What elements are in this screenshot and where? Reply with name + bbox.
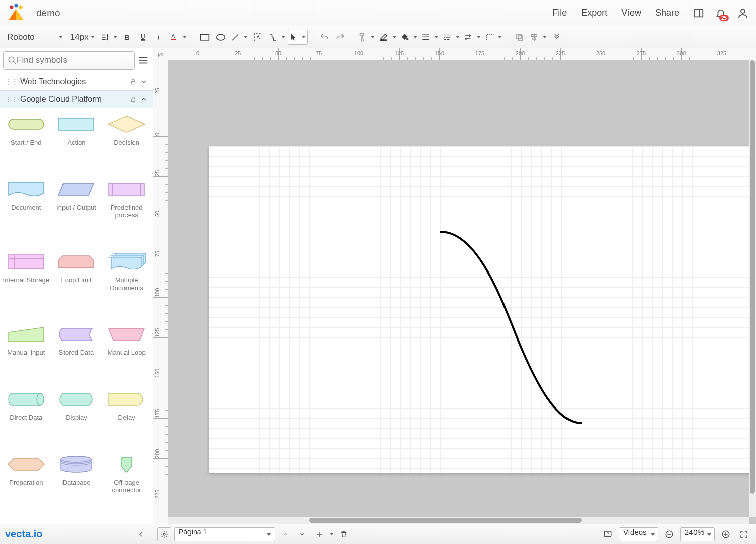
font-family-select[interactable]: Roboto bbox=[4, 30, 66, 45]
panel-toggle-icon[interactable] bbox=[691, 6, 706, 20]
zoom-out-button[interactable] bbox=[662, 527, 676, 541]
add-page-button[interactable] bbox=[312, 527, 327, 541]
shape-multidoc[interactable]: Multiple Documents bbox=[102, 252, 151, 315]
svg-rect-35 bbox=[132, 81, 135, 84]
zoom-level[interactable]: 240% bbox=[680, 527, 715, 541]
shape-label: Stored Data bbox=[59, 349, 94, 357]
shape-hexagon[interactable]: Preparation bbox=[2, 454, 50, 518]
shape-preview bbox=[106, 114, 147, 134]
horizontal-scrollbar[interactable] bbox=[168, 517, 749, 524]
shape-document[interactable]: Document bbox=[2, 179, 50, 243]
help-button[interactable]: ? bbox=[601, 527, 615, 541]
shape-label: Preparation bbox=[9, 479, 43, 487]
shape-cylinder-h[interactable]: Direct Data bbox=[2, 389, 50, 445]
shape-rect-button[interactable] bbox=[197, 30, 212, 45]
shape-preview bbox=[106, 454, 147, 474]
font-size-select[interactable]: 14px bbox=[67, 30, 98, 45]
symbol-search[interactable] bbox=[3, 51, 135, 70]
fullscreen-button[interactable] bbox=[737, 527, 751, 541]
drawing-page[interactable] bbox=[209, 146, 749, 473]
undo-button[interactable] bbox=[317, 30, 332, 45]
document-title[interactable]: demo bbox=[36, 8, 552, 19]
zoom-in-button[interactable] bbox=[719, 527, 733, 541]
stencil-web-technologies[interactable]: ⋮⋮ Web Technologies bbox=[0, 73, 153, 91]
bold-button[interactable]: B bbox=[120, 30, 135, 45]
underline-button[interactable]: U bbox=[136, 30, 151, 45]
page-selector[interactable]: Página 1 bbox=[174, 527, 275, 541]
shape-delay[interactable]: Delay bbox=[102, 389, 151, 445]
delete-page-button[interactable] bbox=[337, 527, 351, 541]
add-page-dropdown[interactable] bbox=[330, 533, 334, 535]
shape-storeddata[interactable]: Stored Data bbox=[52, 324, 101, 380]
chevron-down-icon bbox=[140, 78, 148, 86]
italic-button[interactable]: I bbox=[152, 30, 167, 45]
prev-page-button[interactable] bbox=[278, 527, 292, 541]
symbol-search-input[interactable] bbox=[17, 55, 130, 65]
vertical-ruler[interactable]: -250255075100125150175200225 bbox=[153, 60, 168, 524]
connector-button[interactable] bbox=[267, 30, 287, 45]
stencil-label: Web Technologies bbox=[20, 77, 86, 86]
shape-preview bbox=[106, 324, 147, 345]
shape-parallelogram[interactable]: Input / Output bbox=[52, 179, 101, 243]
shape-offpage[interactable]: Off page connector bbox=[102, 454, 151, 518]
notifications-icon[interactable]: 25 bbox=[714, 6, 728, 20]
more-tools-button[interactable] bbox=[549, 30, 564, 45]
menu-file[interactable]: File bbox=[552, 8, 567, 18]
sidebar-menu-icon[interactable] bbox=[138, 55, 150, 66]
text-box-button[interactable]: A bbox=[250, 30, 266, 45]
stencil-sidebar: ⋮⋮ Web Technologies ⋮⋮ Google Cloud Plat… bbox=[0, 48, 153, 524]
format-toolbar: Roboto 14px B U I A A bbox=[0, 26, 756, 48]
copy-button[interactable] bbox=[512, 30, 527, 45]
shape-preview bbox=[6, 252, 46, 272]
vertical-scrollbar[interactable] bbox=[749, 60, 756, 517]
stroke-color-button[interactable] bbox=[377, 30, 398, 45]
collapse-sidebar-button[interactable] bbox=[134, 527, 148, 541]
shape-looplimit[interactable]: Loop Limit bbox=[52, 252, 101, 315]
canvas-area: px 0255075100125150175200225250275300325… bbox=[153, 48, 756, 524]
shape-istorage[interactable]: Internal Storage bbox=[2, 252, 50, 315]
notification-badge: 25 bbox=[719, 15, 729, 21]
shape-rect[interactable]: Action bbox=[52, 114, 101, 170]
svg-rect-3 bbox=[695, 9, 703, 17]
fill-color-button[interactable] bbox=[399, 30, 419, 45]
next-page-button[interactable] bbox=[295, 527, 309, 541]
shape-cylinder-v[interactable]: Database bbox=[52, 454, 101, 518]
menu-share[interactable]: Share bbox=[655, 8, 679, 18]
videos-select[interactable]: Videos bbox=[619, 527, 658, 541]
shape-preview bbox=[56, 252, 96, 272]
svg-rect-38 bbox=[58, 118, 94, 130]
stroke-weight-button[interactable] bbox=[420, 30, 440, 45]
line-spacing-button[interactable] bbox=[99, 30, 119, 45]
menu-export[interactable]: Export bbox=[581, 8, 607, 18]
pointer-tool-button[interactable] bbox=[288, 30, 308, 45]
canvas-viewport[interactable] bbox=[168, 60, 749, 517]
redo-button[interactable] bbox=[333, 30, 348, 45]
shape-label: Input / Output bbox=[56, 203, 96, 212]
text-color-button[interactable]: A bbox=[168, 30, 188, 45]
shape-terminator[interactable]: Start / End bbox=[2, 114, 50, 170]
shape-label: Document bbox=[11, 203, 41, 212]
menu-view[interactable]: View bbox=[621, 8, 641, 18]
shape-display[interactable]: Display bbox=[52, 389, 101, 445]
settings-button[interactable] bbox=[157, 527, 171, 541]
account-icon[interactable] bbox=[736, 6, 750, 20]
stencil-google-cloud[interactable]: ⋮⋮ Google Cloud Platform bbox=[0, 91, 153, 108]
status-bar: vecta.io Página 1 ? Videos 240% bbox=[0, 524, 756, 544]
arrow-style-button[interactable] bbox=[462, 30, 482, 45]
stroke-dash-button[interactable] bbox=[441, 30, 461, 45]
shape-diamond[interactable]: Decision bbox=[102, 114, 151, 170]
align-button[interactable] bbox=[528, 30, 548, 45]
drawn-curve[interactable] bbox=[440, 232, 582, 423]
corner-style-button[interactable] bbox=[483, 30, 503, 45]
format-painter-button[interactable] bbox=[356, 30, 376, 45]
shape-preview bbox=[6, 389, 46, 410]
shape-predef[interactable]: Predefined process bbox=[102, 179, 151, 243]
shape-minput[interactable]: Manual Input bbox=[2, 324, 50, 380]
shape-mloop[interactable]: Manual Loop bbox=[102, 324, 151, 380]
brand-label[interactable]: vecta.io bbox=[5, 528, 134, 540]
shape-line-button[interactable] bbox=[229, 30, 249, 45]
shape-label: Display bbox=[66, 414, 87, 422]
horizontal-ruler[interactable]: 0255075100125150175200225250275300325 bbox=[168, 48, 756, 60]
shape-ellipse-button[interactable] bbox=[213, 30, 228, 45]
app-logo[interactable] bbox=[6, 3, 26, 23]
